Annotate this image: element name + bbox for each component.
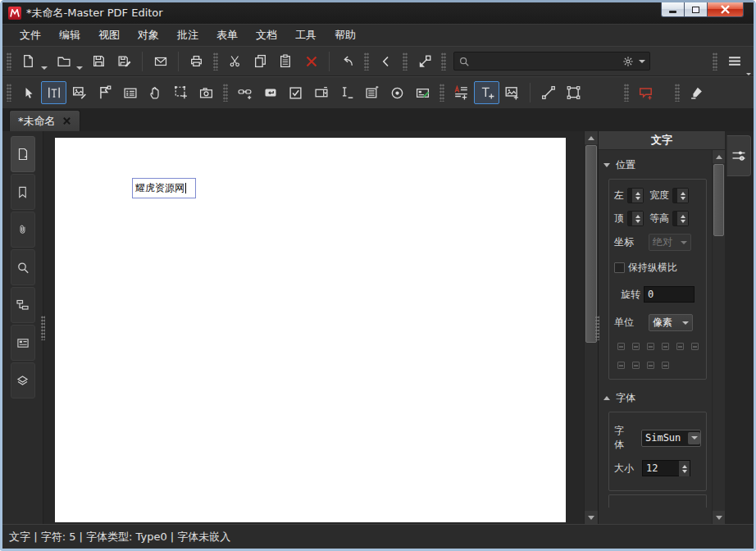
rotate-input[interactable]	[644, 286, 695, 303]
properties-panel-tab[interactable]	[726, 135, 751, 176]
add-header-text-tool-button[interactable]	[449, 81, 474, 104]
toolbar-grip[interactable]	[441, 52, 446, 71]
sidebar-attachments-button[interactable]	[11, 212, 35, 248]
signature-tool-button[interactable]	[410, 81, 435, 104]
select-region-tool-button[interactable]	[168, 81, 194, 104]
add-image-tool-button[interactable]	[499, 81, 525, 104]
new-document-caret-icon[interactable]	[41, 66, 48, 70]
snapshot-tool-button[interactable]	[194, 81, 219, 104]
keep-aspect-ratio-checkbox[interactable]	[614, 262, 625, 273]
top-spinner[interactable]	[627, 211, 644, 226]
scroll-track[interactable]	[713, 163, 725, 511]
menu-edit[interactable]: 编辑	[50, 25, 89, 46]
toolbar-grip[interactable]	[7, 52, 11, 71]
fit-page-button[interactable]	[412, 50, 437, 73]
toolbar-grip[interactable]	[7, 84, 11, 102]
sidebar-layers-button[interactable]	[11, 362, 35, 398]
font-family-dropdown[interactable]: SimSun	[641, 430, 701, 447]
line-tool-button[interactable]	[535, 81, 561, 104]
new-document-button[interactable]	[16, 50, 41, 73]
width-spinner[interactable]	[672, 188, 689, 203]
scroll-down-button[interactable]	[585, 511, 598, 524]
listbox-tool-button[interactable]	[359, 81, 385, 104]
menu-tools[interactable]: 工具	[286, 25, 326, 46]
document-canvas[interactable]: 耀虎资源网	[43, 131, 584, 524]
text-field-tool-button[interactable]	[334, 81, 359, 104]
previous-view-button[interactable]	[373, 50, 398, 73]
scroll-up-button[interactable]	[713, 150, 725, 163]
document-tab[interactable]: *未命名	[9, 110, 80, 131]
highlighter-tool-button[interactable]	[684, 81, 709, 104]
search-input[interactable]	[470, 56, 622, 67]
link-tool-button[interactable]	[232, 81, 257, 104]
main-menu-button[interactable]	[722, 50, 747, 73]
search-options-caret-icon[interactable]	[639, 60, 645, 63]
form-fields-tool-button[interactable]	[117, 81, 143, 104]
undo-button[interactable]	[335, 50, 360, 73]
select-tool-button[interactable]	[16, 81, 41, 104]
print-button[interactable]	[184, 50, 209, 73]
menu-view[interactable]: 视图	[89, 25, 129, 46]
scroll-up-button[interactable]	[585, 131, 598, 144]
toolbar-grip[interactable]	[624, 84, 629, 102]
toolbar-grip[interactable]	[364, 52, 369, 71]
inspector-splitter[interactable]	[595, 316, 599, 340]
copy-button[interactable]	[248, 50, 273, 73]
maximize-button[interactable]	[685, 2, 707, 17]
toolbar-grip[interactable]	[223, 84, 228, 102]
edit-path-tool-button[interactable]	[92, 81, 117, 104]
save-button[interactable]	[86, 50, 112, 73]
annotation-tool-button[interactable]	[633, 81, 658, 104]
sidebar-bookmarks-button[interactable]	[11, 174, 35, 210]
minimize-button[interactable]	[661, 2, 685, 17]
combobox-tool-button[interactable]	[308, 81, 334, 104]
unit-dropdown[interactable]: 像素	[649, 314, 693, 331]
font-size-input[interactable]	[643, 461, 679, 476]
tab-close-icon[interactable]	[62, 116, 71, 125]
toolbar-grip[interactable]	[403, 52, 408, 71]
sidebar-signatures-button[interactable]	[11, 325, 35, 361]
sidebar-pages-button[interactable]	[11, 136, 35, 172]
toolbar-grip[interactable]	[675, 84, 680, 102]
menu-forms[interactable]: 表单	[207, 25, 247, 46]
menu-document[interactable]: 文档	[247, 25, 286, 46]
scroll-thumb[interactable]	[713, 164, 724, 236]
toolbar-grip[interactable]	[213, 52, 218, 71]
search-settings-gear-icon[interactable]	[622, 56, 634, 67]
add-text-tool-button[interactable]	[474, 81, 499, 104]
scroll-down-button[interactable]	[713, 511, 725, 524]
sidebar-search-button[interactable]	[11, 249, 35, 285]
paste-button[interactable]	[273, 50, 298, 73]
button-tool-button[interactable]	[257, 81, 283, 104]
height-spinner[interactable]	[672, 211, 689, 226]
close-button[interactable]	[707, 2, 744, 17]
delete-button[interactable]	[298, 50, 324, 73]
checkbox-tool-button[interactable]	[283, 81, 308, 104]
cut-button[interactable]	[222, 50, 248, 73]
menu-file[interactable]: 文件	[11, 25, 50, 46]
text-edit-box[interactable]: 耀虎资源网	[132, 178, 196, 198]
menu-object[interactable]: 对象	[129, 25, 168, 46]
position-section-header[interactable]: 位置	[599, 153, 712, 177]
sidebar-structure-button[interactable]	[11, 287, 35, 323]
email-button[interactable]	[148, 50, 173, 73]
hand-tool-button[interactable]	[143, 81, 168, 104]
menu-annotate[interactable]: 批注	[168, 25, 207, 46]
font-section-header[interactable]: 字体	[599, 386, 712, 410]
font-size-spinner[interactable]	[642, 460, 690, 476]
radio-button-tool-button[interactable]	[385, 81, 410, 104]
open-document-caret-icon[interactable]	[76, 66, 83, 70]
menu-help[interactable]: 帮助	[326, 25, 365, 46]
pdf-page[interactable]: 耀虎资源网	[55, 138, 566, 522]
toolbar-grip[interactable]	[713, 52, 717, 71]
edit-text-tool-button[interactable]	[41, 81, 66, 104]
toolbar-grip[interactable]	[439, 84, 444, 102]
rectangle-tool-button[interactable]	[561, 81, 586, 104]
sidebar-splitter[interactable]	[41, 316, 45, 340]
save-as-button[interactable]	[112, 50, 137, 73]
open-document-button[interactable]	[51, 50, 76, 73]
scroll-thumb[interactable]	[585, 145, 597, 343]
rotate-label: 旋转	[621, 288, 640, 302]
left-spinner[interactable]	[627, 188, 644, 203]
edit-image-tool-button[interactable]	[66, 81, 92, 104]
